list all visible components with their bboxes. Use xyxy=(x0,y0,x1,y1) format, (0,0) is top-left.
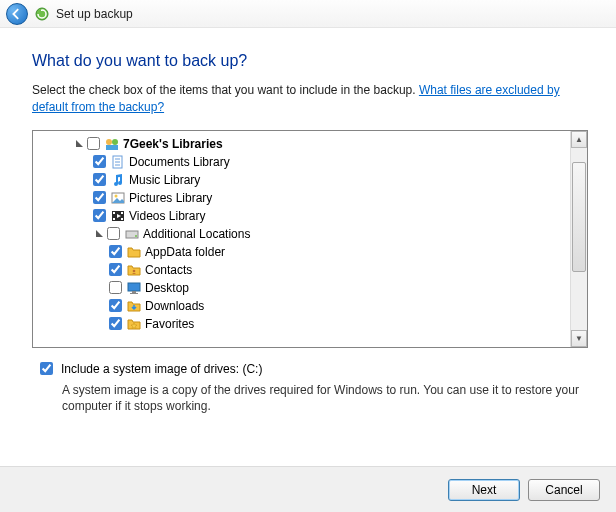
tree-node[interactable]: Downloads xyxy=(33,297,570,315)
music-icon xyxy=(110,172,126,188)
svg-point-1 xyxy=(106,139,112,145)
tree-label: Music Library xyxy=(129,173,200,187)
videos-icon xyxy=(110,208,126,224)
checkbox[interactable] xyxy=(93,209,106,222)
page-heading: What do you want to back up? xyxy=(32,52,588,70)
instruction-prefix: Select the check box of the items that y… xyxy=(32,83,419,97)
tree-label: Additional Locations xyxy=(143,227,250,241)
svg-point-2 xyxy=(112,139,118,145)
checkbox[interactable] xyxy=(109,263,122,276)
tree-label: Favorites xyxy=(145,317,194,331)
footer: Next Cancel xyxy=(0,466,616,512)
tree-label: Videos Library xyxy=(129,209,206,223)
scroll-up-button[interactable]: ▲ xyxy=(571,131,587,148)
svg-rect-12 xyxy=(113,218,115,220)
tree-node[interactable]: Music Library xyxy=(33,171,570,189)
checkbox[interactable] xyxy=(109,317,122,330)
tree-node[interactable]: Desktop xyxy=(33,279,570,297)
pictures-icon xyxy=(110,190,126,206)
folder-icon xyxy=(126,244,142,260)
system-image-label: Include a system image of drives: (C:) xyxy=(61,362,262,376)
svg-point-16 xyxy=(135,235,137,237)
checkbox[interactable] xyxy=(109,245,122,258)
disk-icon xyxy=(124,226,140,242)
downloads-icon xyxy=(126,298,142,314)
svg-point-17 xyxy=(133,269,136,272)
expander-icon[interactable] xyxy=(93,228,105,240)
tree-label: AppData folder xyxy=(145,245,225,259)
favorites-icon xyxy=(126,316,142,332)
svg-rect-20 xyxy=(130,293,138,294)
svg-rect-14 xyxy=(121,218,123,220)
desktop-icon xyxy=(126,280,142,296)
tree-node[interactable]: Documents Library xyxy=(33,153,570,171)
backup-icon xyxy=(34,6,50,22)
tree-node-additional[interactable]: Additional Locations xyxy=(33,225,570,243)
checkbox[interactable] xyxy=(109,281,122,294)
checkbox-root[interactable] xyxy=(87,137,100,150)
next-button[interactable]: Next xyxy=(448,479,520,501)
tree-node-root[interactable]: 7Geek's Libraries xyxy=(33,135,570,153)
tree-label: Documents Library xyxy=(129,155,230,169)
tree-node[interactable]: AppData folder xyxy=(33,243,570,261)
svg-rect-3 xyxy=(106,145,118,150)
svg-rect-18 xyxy=(128,283,140,291)
tree-node[interactable]: Videos Library xyxy=(33,207,570,225)
checkbox[interactable] xyxy=(93,191,106,204)
checkbox-system-image[interactable] xyxy=(40,362,53,375)
checkbox[interactable] xyxy=(109,299,122,312)
tree-node[interactable]: Contacts xyxy=(33,261,570,279)
titlebar: Set up backup xyxy=(0,0,616,28)
back-button[interactable] xyxy=(6,3,28,25)
checkbox[interactable] xyxy=(93,173,106,186)
tree-label: Pictures Library xyxy=(129,191,212,205)
scrollbar[interactable]: ▲ ▼ xyxy=(570,131,587,347)
tree-label: 7Geek's Libraries xyxy=(123,137,223,151)
svg-rect-13 xyxy=(121,212,123,214)
tree-label: Downloads xyxy=(145,299,204,313)
system-image-description: A system image is a copy of the drives r… xyxy=(62,382,588,416)
instruction-text: Select the check box of the items that y… xyxy=(32,82,588,116)
backup-items-tree: 7Geek's Libraries Documents Library Musi… xyxy=(32,130,588,348)
tree-label: Desktop xyxy=(145,281,189,295)
svg-rect-11 xyxy=(113,212,115,214)
tree-label: Contacts xyxy=(145,263,192,277)
tree-node[interactable]: Favorites xyxy=(33,315,570,333)
scroll-track[interactable] xyxy=(571,148,587,330)
checkbox[interactable] xyxy=(93,155,106,168)
window-title: Set up backup xyxy=(56,7,133,21)
checkbox[interactable] xyxy=(107,227,120,240)
expander-icon[interactable] xyxy=(73,138,85,150)
document-icon xyxy=(110,154,126,170)
svg-rect-19 xyxy=(132,291,136,293)
cancel-button[interactable]: Cancel xyxy=(528,479,600,501)
scroll-down-button[interactable]: ▼ xyxy=(571,330,587,347)
scroll-thumb[interactable] xyxy=(572,162,586,272)
libraries-icon xyxy=(104,136,120,152)
tree-node[interactable]: Pictures Library xyxy=(33,189,570,207)
svg-point-9 xyxy=(115,194,118,197)
contacts-icon xyxy=(126,262,142,278)
